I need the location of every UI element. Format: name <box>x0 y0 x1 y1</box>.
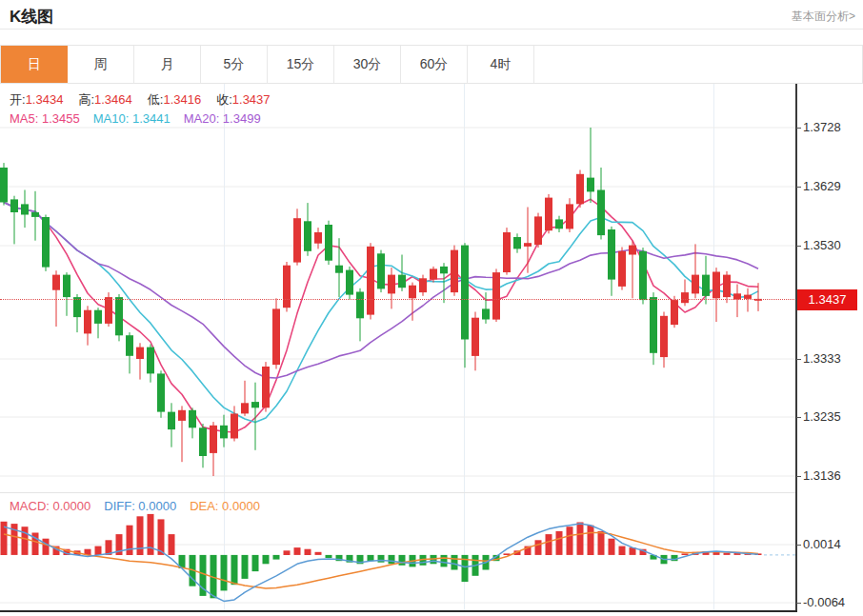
high-label: 高: <box>78 92 94 107</box>
candlestick-chart[interactable] <box>0 84 796 492</box>
price-axis-label: 1.3235 <box>803 409 841 424</box>
axis-tick <box>796 545 801 546</box>
page-title: K线图 <box>10 6 53 28</box>
tab-5min[interactable]: 5分 <box>201 46 268 83</box>
tab-day[interactable]: 日 <box>1 46 68 83</box>
macd-axis-label: 0.0014 <box>803 537 841 551</box>
last-price-badge: 1.3437 <box>797 289 857 310</box>
ma20-value: MA20: 1.3499 <box>184 111 261 126</box>
price-axis-label: 1.3136 <box>803 468 841 483</box>
tab-week[interactable]: 周 <box>68 46 134 83</box>
price-axis-label: 1.3728 <box>803 120 841 134</box>
last-price-line <box>0 299 796 300</box>
ma5-value: MA5: 1.3455 <box>10 111 80 126</box>
low-value: 1.3416 <box>163 92 201 107</box>
tab-60min[interactable]: 60分 <box>401 46 468 83</box>
close-label: 收: <box>216 92 232 107</box>
tab-4hour[interactable]: 4时 <box>468 46 534 83</box>
axis-tick <box>796 603 801 604</box>
macd-axis-label: -0.0064 <box>803 595 845 609</box>
fundamental-analysis-link[interactable]: 基本面分析> <box>792 9 855 25</box>
macd-readout: MACD: 0.0000DIFF: 0.0000DEA: 0.0000 <box>10 499 260 513</box>
low-label: 低: <box>148 92 164 107</box>
axis-tick <box>796 359 801 360</box>
tab-30min[interactable]: 30分 <box>334 46 401 83</box>
price-axis-label: 1.3530 <box>803 238 841 252</box>
macd-value: MACD: 0.0000 <box>10 499 90 513</box>
ma10-value: MA10: 1.3441 <box>93 111 171 126</box>
axis-tick <box>796 128 801 129</box>
tab-month[interactable]: 月 <box>134 46 201 83</box>
axis-tick <box>796 417 801 418</box>
chart-bottom-border <box>0 610 797 612</box>
close-value: 1.3437 <box>232 92 271 107</box>
price-axis-line <box>795 84 797 612</box>
axis-tick <box>796 246 801 247</box>
price-axis-label: 1.3629 <box>803 179 841 193</box>
kline-app: K线图 基本面分析> 日 周 月 5分 15分 30分 60分 4时 开:1.3… <box>0 0 863 616</box>
open-label: 开: <box>10 92 26 107</box>
diff-value: DIFF: 0.0000 <box>104 499 176 513</box>
page-header: K线图 基本面分析> <box>0 0 863 30</box>
period-tabbar: 日 周 月 5分 15分 30分 60分 4时 <box>0 45 863 84</box>
high-value: 1.3464 <box>94 92 132 107</box>
axis-tick <box>796 187 801 188</box>
ma-readout: MA5: 1.3455MA10: 1.3441MA20: 1.3499 <box>10 111 261 126</box>
price-axis-label: 1.3333 <box>803 351 841 366</box>
dea-value: DEA: 0.0000 <box>190 499 260 513</box>
axis-tick <box>796 476 801 477</box>
ohlc-readout: 开:1.3434高:1.3464低:1.3416收:1.3437 <box>10 91 286 109</box>
tab-15min[interactable]: 15分 <box>268 46 334 83</box>
open-value: 1.3434 <box>26 92 64 107</box>
